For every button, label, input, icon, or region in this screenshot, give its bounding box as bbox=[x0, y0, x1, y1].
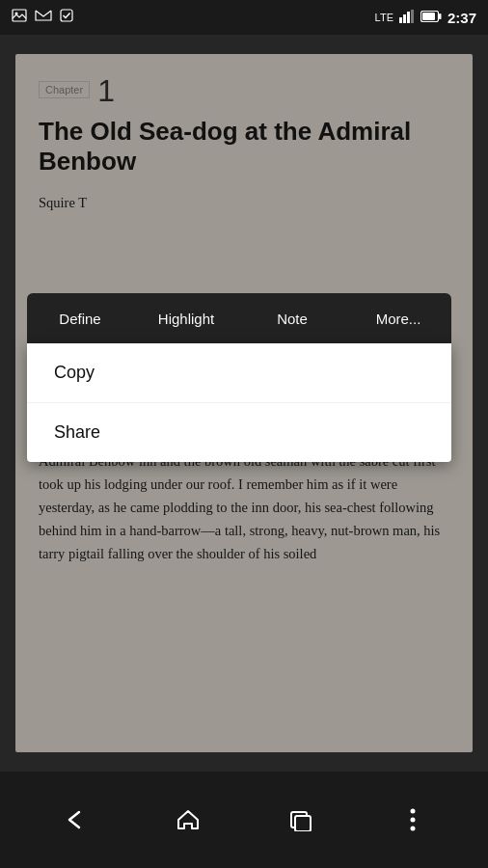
status-bar: LTE 2:37 bbox=[0, 0, 488, 35]
back-button[interactable] bbox=[51, 796, 99, 844]
context-menu-highlight[interactable]: Highlight bbox=[133, 297, 239, 340]
recents-button[interactable] bbox=[276, 796, 324, 844]
svg-rect-6 bbox=[411, 10, 414, 23]
context-menu-bar: Define Highlight Note More... bbox=[27, 293, 451, 343]
svg-rect-8 bbox=[439, 14, 442, 19]
image-icon bbox=[12, 9, 27, 26]
more-options-button[interactable] bbox=[389, 796, 437, 844]
signal-icon bbox=[399, 10, 415, 26]
context-menu-note[interactable]: Note bbox=[239, 297, 345, 340]
lte-label: LTE bbox=[375, 12, 393, 23]
status-bar-left bbox=[12, 9, 73, 26]
context-menu-more[interactable]: More... bbox=[345, 297, 451, 340]
content-area: Chapter 1 The Old Sea-dog at the Admiral… bbox=[0, 35, 488, 772]
battery-icon bbox=[420, 11, 442, 25]
check-icon bbox=[60, 9, 73, 26]
svg-rect-3 bbox=[399, 17, 402, 23]
svg-point-12 bbox=[410, 809, 415, 814]
svg-rect-11 bbox=[295, 816, 311, 831]
status-bar-right: LTE 2:37 bbox=[375, 10, 476, 26]
svg-rect-0 bbox=[13, 10, 26, 21]
dropdown-copy[interactable]: Copy bbox=[27, 343, 451, 403]
svg-rect-9 bbox=[422, 13, 435, 20]
svg-rect-5 bbox=[407, 12, 410, 23]
svg-point-14 bbox=[410, 827, 415, 831]
svg-rect-4 bbox=[403, 14, 406, 23]
nav-bar bbox=[0, 772, 488, 868]
dropdown-popup: Copy Share bbox=[27, 343, 451, 462]
svg-rect-2 bbox=[61, 10, 72, 21]
context-menu-define[interactable]: Define bbox=[27, 297, 133, 340]
time-display: 2:37 bbox=[447, 10, 476, 26]
svg-point-13 bbox=[410, 818, 415, 823]
gmail-icon bbox=[35, 9, 52, 26]
dropdown-share[interactable]: Share bbox=[27, 403, 451, 462]
home-button[interactable] bbox=[164, 796, 212, 844]
